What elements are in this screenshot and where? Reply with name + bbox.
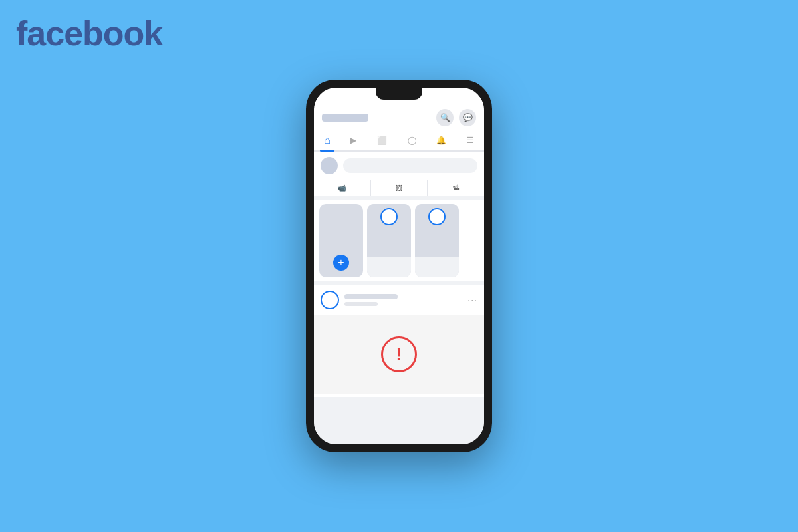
facebook-logo: facebook [16, 13, 162, 53]
add-story-button[interactable]: + [333, 255, 349, 271]
nav-menu[interactable]: ☰ [463, 134, 478, 146]
post-error-area: ! [314, 315, 484, 394]
messenger-icon[interactable]: 💬 [459, 109, 476, 126]
nav-profile[interactable]: ◯ [404, 134, 420, 146]
post-meta [344, 294, 462, 306]
watch-icon: ▶ [350, 136, 356, 145]
marketplace-icon: ⬜ [377, 136, 387, 145]
add-story-card[interactable]: + [319, 204, 363, 277]
top-bar: 🔍 💬 [314, 106, 484, 129]
menu-icon: ☰ [467, 136, 474, 145]
story-top-1 [367, 204, 411, 257]
page-background: facebook 🔍 💬 ⌂ [0, 0, 798, 532]
nav-marketplace[interactable]: ⬜ [373, 134, 391, 146]
profile-icon: ◯ [408, 136, 416, 145]
camera-icon: 📹 [338, 184, 346, 192]
room-btn[interactable]: 📽 [428, 180, 484, 196]
story-avatar-2 [428, 208, 446, 225]
post-author-avatar [321, 291, 339, 309]
phone-screen: 🔍 💬 ⌂ ▶ ⬜ ◯ [314, 88, 484, 444]
nav-home[interactable]: ⌂ [320, 133, 334, 148]
stories-row: + [314, 200, 484, 281]
post-author-name [344, 294, 398, 299]
story-avatar-1 [380, 208, 398, 225]
post-options-button[interactable]: ··· [467, 295, 477, 305]
fb-logo-placeholder [322, 114, 368, 122]
story-top-2 [415, 204, 459, 257]
phone-mockup: 🔍 💬 ⌂ ▶ ⬜ ◯ [306, 80, 492, 452]
phone-notch [376, 88, 422, 100]
home-icon: ⌂ [324, 134, 331, 146]
create-post-bar[interactable] [314, 152, 484, 180]
nav-bar: ⌂ ▶ ⬜ ◯ 🔔 ☰ [314, 129, 484, 152]
photo-btn[interactable]: 🖼 [371, 180, 428, 196]
live-video-btn[interactable]: 📹 [314, 180, 371, 196]
story-card-1[interactable] [367, 204, 411, 277]
bell-icon: 🔔 [436, 136, 446, 145]
story-card-2[interactable] [415, 204, 459, 277]
photo-icon: 🖼 [396, 184, 402, 192]
post-header: ··· [314, 285, 484, 312]
room-icon: 📽 [453, 184, 460, 192]
user-avatar [321, 157, 338, 174]
story-bottom-2 [415, 257, 459, 277]
post-timestamp [344, 302, 378, 306]
top-bar-icons: 🔍 💬 [436, 109, 476, 126]
post-input[interactable] [343, 158, 477, 173]
post-card: ··· ! [314, 285, 484, 397]
story-bottom-1 [367, 257, 411, 277]
nav-watch[interactable]: ▶ [346, 134, 360, 146]
error-icon: ! [381, 336, 417, 372]
feed: 📹 🖼 📽 + [314, 152, 484, 444]
nav-notifications[interactable]: 🔔 [432, 134, 450, 146]
post-type-buttons: 📹 🖼 📽 [314, 180, 484, 196]
search-icon[interactable]: 🔍 [436, 109, 454, 126]
